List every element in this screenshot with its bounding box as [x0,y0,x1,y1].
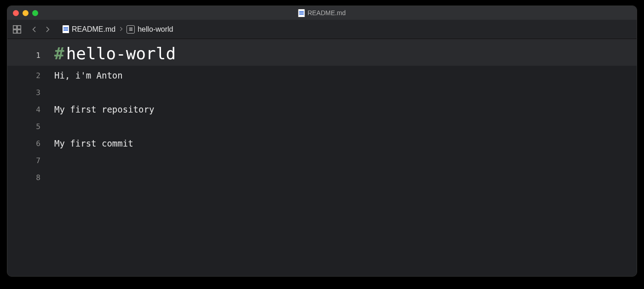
svg-rect-3 [17,29,21,33]
code-text: My first commit [49,136,637,151]
svg-rect-0 [13,25,17,28]
breadcrumb: README.md hello-world [63,25,173,34]
code-text [49,153,637,168]
window-title-text: README.md [307,9,345,17]
line-number: 7 [7,153,49,168]
line-number: 5 [7,119,49,134]
heading-text: hello-world [66,44,176,63]
code-text [49,170,637,185]
nav-forward-button[interactable] [42,24,52,34]
svg-rect-1 [17,25,21,28]
code-line[interactable]: 8 [7,168,637,185]
code-line[interactable]: 1 #hello-world [7,39,637,66]
code-line[interactable]: 3 [7,83,637,100]
breadcrumb-symbol[interactable]: hello-world [138,25,173,34]
line-number: 2 [7,68,49,83]
file-icon [63,25,69,33]
titlebar[interactable]: README.md [7,6,637,20]
nav-back-button[interactable] [29,24,40,34]
fullscreen-window-button[interactable] [32,10,38,16]
code-line[interactable]: 6 My first commit [7,134,637,151]
code-line[interactable]: 2 Hi, i'm Anton [7,66,637,83]
code-text [49,119,637,134]
nav-arrows [29,24,52,34]
svg-rect-2 [13,29,17,33]
heading-line[interactable]: #hello-world [49,42,637,66]
file-icon [298,9,305,17]
code-text [49,85,637,100]
window-controls [13,10,38,16]
line-number: 3 [7,85,49,100]
chevron-right-icon [118,25,124,34]
heading-symbol-icon [126,25,135,34]
close-window-button[interactable] [13,10,19,16]
titlebar-title: README.md [298,9,345,17]
code-line[interactable]: 7 [7,151,637,168]
code-text: Hi, i'm Anton [49,68,637,83]
breadcrumb-file[interactable]: README.md [72,25,115,34]
toolbar: README.md hello-world [7,20,637,39]
code-line[interactable]: 5 [7,117,637,134]
line-number: 6 [7,136,49,151]
editor-area[interactable]: 1 #hello-world 2 Hi, i'm Anton 3 4 My fi… [7,39,637,276]
sidebar-toggle-icon[interactable] [12,24,22,34]
minimize-window-button[interactable] [23,10,29,16]
code-text: My first repository [49,102,637,117]
editor-window: README.md README.md [7,6,637,277]
markdown-hash: # [54,44,64,63]
line-number: 8 [7,170,49,185]
line-number: 1 [7,42,49,66]
code-line[interactable]: 4 My first repository [7,100,637,117]
line-number: 4 [7,102,49,117]
